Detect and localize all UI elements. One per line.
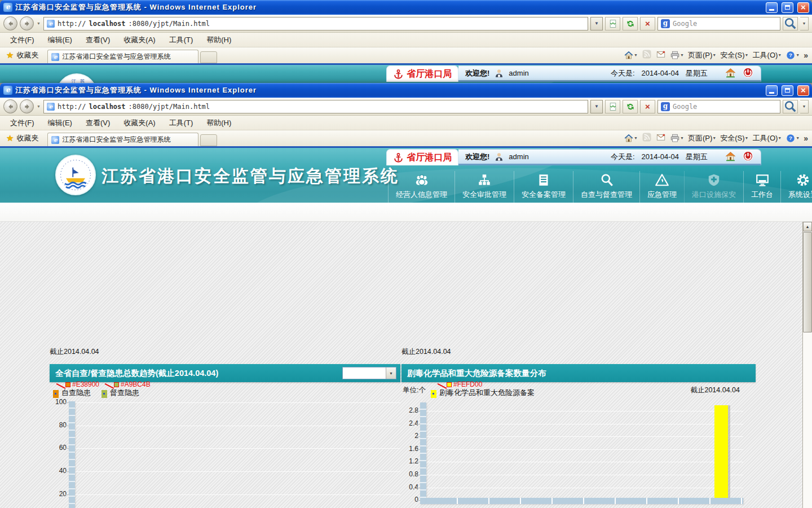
refresh-button[interactable] [623, 100, 638, 113]
compatibility-page-icon [608, 19, 617, 28]
menu-tools[interactable]: 工具(T) [164, 116, 199, 130]
browser-tab[interactable]: e 江苏省港口安全监管与应急管理系统 [47, 133, 198, 146]
menu-file[interactable]: 文件(F) [5, 33, 40, 47]
gridline [75, 448, 400, 449]
maximize-icon [785, 5, 790, 10]
trend-chart-title: 全省自查/督查隐患总数趋势(截止2014.04.04) [55, 368, 218, 379]
menu-bar: 文件(F) 编辑(E) 查看(V) 收藏夹(A) 工具(T) 帮助(H) [0, 116, 812, 130]
menu-file[interactable]: 文件(F) [5, 116, 40, 130]
print-button[interactable]: ▼ [670, 133, 684, 143]
nav-item-self-inspection[interactable]: 自查与督查管理 [573, 171, 639, 203]
mail-button[interactable] [656, 49, 666, 61]
tools-caret-icon: ▼ [778, 53, 782, 57]
maximize-button[interactable] [782, 85, 793, 96]
toolbar-overflow-icon[interactable] [804, 134, 808, 143]
refresh-icon [626, 102, 635, 111]
url-field[interactable]: e http://localhost:8080/yjpt/Main.html [43, 100, 588, 113]
favorites-button[interactable]: 收藏夹 [2, 131, 44, 146]
url-field[interactable]: e http://localhost:8080/yjpt/Main.html [43, 17, 588, 30]
feeds-button[interactable] [642, 132, 652, 144]
search-input[interactable]: g Google [657, 17, 780, 30]
title-bar[interactable]: e 江苏省港口安全监管与应急管理系统 - Windows Internet Ex… [0, 0, 812, 15]
favorites-button[interactable]: 收藏夹 [2, 48, 44, 63]
history-caret-icon[interactable]: ▼ [36, 21, 41, 25]
home-shortcut-button[interactable] [725, 150, 736, 164]
menu-help[interactable]: 帮助(H) [201, 116, 237, 130]
home-button[interactable]: ▼ [624, 133, 638, 143]
feeds-button[interactable] [642, 49, 652, 61]
title-bar[interactable]: e 江苏省港口安全监管与应急管理系统 - Windows Internet Ex… [0, 83, 812, 98]
menu-help[interactable]: 帮助(H) [201, 33, 237, 47]
y-tick: 2 [401, 432, 418, 440]
compatibility-view-button[interactable] [605, 17, 620, 30]
nav-item-emergency[interactable]: 应急管理 [639, 171, 684, 203]
search-options-caret[interactable]: ▼ [800, 17, 809, 30]
scrollbar-thumb[interactable] [803, 232, 812, 332]
home-button[interactable]: ▼ [624, 50, 638, 60]
nav-item-settings[interactable]: 系统设置 [780, 171, 812, 203]
home-colored-icon [725, 150, 736, 162]
help-button[interactable]: ? ▼ [785, 133, 800, 143]
page-menu-button[interactable]: 页面(P) ▼ [688, 50, 716, 60]
tools-menu-button[interactable]: 工具(O) ▼ [753, 50, 782, 60]
nav-item-safety-filing[interactable]: 安全备案管理 [514, 171, 573, 203]
url-dropdown-button[interactable]: ▼ [590, 100, 603, 113]
browser-tab[interactable]: e 江苏省港口安全监管与应急管理系统 [47, 50, 198, 63]
y-axis-band [69, 401, 75, 508]
print-button[interactable]: ▼ [670, 50, 684, 60]
menu-favorites[interactable]: 收藏夹(A) [118, 33, 161, 47]
menu-tools[interactable]: 工具(T) [164, 33, 199, 47]
tab-ie-icon: e [51, 136, 59, 144]
close-button[interactable] [797, 2, 809, 13]
hazmat-chart-panel: 截止2014.04.04 剧毒化学品和重大危险源备案数量分布 单位:个 截止20… [401, 222, 756, 508]
nav-item-port-security[interactable]: 港口设施保安 [684, 171, 743, 203]
forward-button[interactable] [20, 99, 34, 113]
menu-view[interactable]: 查看(V) [80, 33, 116, 47]
url-dropdown-button[interactable]: ▼ [590, 17, 603, 30]
compatibility-view-button[interactable] [605, 100, 620, 113]
refresh-button[interactable] [623, 17, 638, 30]
search-input[interactable]: g Google [657, 100, 780, 113]
menu-edit[interactable]: 编辑(E) [42, 33, 78, 47]
safety-menu-button[interactable]: 安全(S) ▼ [720, 133, 748, 143]
minimize-icon [769, 92, 774, 94]
minimize-button[interactable] [766, 85, 778, 96]
back-button[interactable] [3, 99, 17, 113]
nav-item-safety-approval[interactable]: 安全审批管理 [454, 171, 514, 203]
trend-filter-select[interactable]: ▼ [342, 367, 396, 379]
menu-favorites[interactable]: 收藏夹(A) [118, 116, 161, 130]
logout-button[interactable] [742, 150, 754, 164]
menu-view[interactable]: 查看(V) [80, 116, 116, 130]
nav-item-operator-info[interactable]: 经营人信息管理 [388, 171, 454, 203]
legend-label: 督查隐患 [110, 388, 139, 398]
search-button[interactable] [783, 100, 798, 113]
scroll-up-button[interactable]: ▲ [803, 222, 812, 231]
history-caret-icon[interactable]: ▼ [36, 104, 41, 108]
legend-supervision: 督查隐患 #A9BC4B [102, 388, 139, 398]
maximize-button[interactable] [782, 2, 793, 13]
logout-button[interactable] [742, 67, 754, 80]
toolbar-overflow-icon[interactable] [804, 51, 808, 60]
help-button[interactable]: ? ▼ [785, 50, 800, 60]
close-button[interactable] [797, 85, 809, 96]
page-menu-label: 页面(P) [688, 133, 712, 143]
tools-menu-button[interactable]: 工具(O) ▼ [753, 133, 782, 143]
menu-edit[interactable]: 编辑(E) [42, 116, 78, 130]
safety-menu-button[interactable]: 安全(S) ▼ [720, 50, 748, 60]
nav-item-workbench[interactable]: 工作台 [743, 171, 780, 203]
search-button[interactable] [783, 17, 798, 30]
page-menu-label: 页面(P) [688, 50, 712, 60]
stop-button[interactable]: × [640, 100, 655, 113]
forward-button[interactable] [20, 16, 34, 30]
new-tab-stub[interactable] [200, 51, 217, 63]
gridline [75, 494, 400, 495]
vertical-scrollbar[interactable]: ▲ [802, 222, 812, 508]
home-shortcut-button[interactable] [725, 67, 736, 80]
minimize-button[interactable] [766, 2, 778, 13]
back-button[interactable] [3, 16, 17, 30]
stop-button[interactable]: × [640, 17, 655, 30]
search-options-caret[interactable]: ▼ [800, 100, 809, 113]
mail-button[interactable] [656, 132, 666, 144]
page-menu-button[interactable]: 页面(P) ▼ [688, 133, 716, 143]
new-tab-stub[interactable] [200, 134, 217, 146]
